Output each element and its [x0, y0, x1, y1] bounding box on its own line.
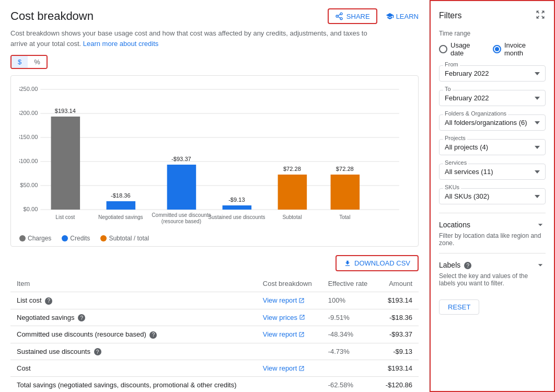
from-select[interactable]: February 2022	[439, 65, 546, 82]
col-amount: Amount	[377, 275, 419, 292]
svg-text:List cost: List cost	[55, 214, 75, 220]
svg-point-1	[336, 15, 338, 17]
from-field-label: From	[443, 61, 460, 67]
reset-button[interactable]: RESET	[439, 299, 479, 315]
projects-filter: Projects All projects (4)	[439, 139, 546, 155]
svg-point-0	[340, 13, 342, 15]
learn-credits-link[interactable]: Learn more about credits	[83, 40, 159, 48]
svg-text:$0.00: $0.00	[24, 206, 38, 212]
svg-text:$100.00: $100.00	[19, 158, 38, 164]
info-icon[interactable]: ?	[45, 297, 52, 305]
page-title: Cost breakdown	[10, 9, 94, 23]
table-row: Committed use discounts (resource based)…	[10, 326, 419, 343]
currency-toggle: $ %	[10, 55, 48, 69]
services-field-label: Services	[443, 159, 468, 166]
labels-section: Labels ? Select the key and values of th…	[439, 253, 546, 287]
svg-rect-27	[331, 175, 360, 210]
svg-rect-19	[107, 201, 136, 210]
invoice-month-radio[interactable]	[493, 45, 501, 53]
folders-select[interactable]: All folders/organizations (6)	[439, 114, 546, 131]
dollar-toggle[interactable]: $	[11, 56, 28, 68]
graduation-icon	[386, 12, 394, 20]
labels-chevron-down-icon	[535, 260, 546, 270]
view-report-link[interactable]: View report	[263, 296, 305, 304]
labels-title: Labels ?	[439, 261, 471, 269]
col-item: Item	[10, 275, 257, 292]
svg-text:$193.14: $193.14	[55, 108, 76, 114]
svg-text:$250.00: $250.00	[19, 86, 38, 92]
skus-field-label: SKUs	[443, 184, 461, 190]
to-field-label: To	[443, 86, 453, 92]
percent-toggle[interactable]: %	[28, 56, 47, 68]
folders-filter: Folders & Organizations All folders/orga…	[439, 114, 546, 131]
sidebar-title: Filters	[439, 11, 462, 20]
services-select[interactable]: All services (11)	[439, 164, 546, 180]
svg-text:-$18.36: -$18.36	[111, 192, 131, 199]
time-range-label: Time range	[439, 30, 546, 37]
view-report-link-2[interactable]: View report	[263, 330, 305, 338]
table-row: Sustained use discounts ? -4.73% -$9.13	[10, 343, 419, 360]
labels-expand[interactable]: Labels ?	[439, 260, 546, 270]
col-effective-rate: Effective rate	[322, 275, 377, 292]
svg-text:Negotiated savings: Negotiated savings	[98, 214, 143, 220]
learn-label: LEARN	[396, 13, 419, 20]
invoice-month-option[interactable]: Invoice month	[493, 41, 546, 57]
locations-title: Locations	[439, 221, 470, 229]
folders-field-label: Folders & Organizations	[443, 110, 508, 117]
legend-charges: Charges	[19, 235, 51, 242]
usage-date-radio[interactable]	[439, 45, 447, 53]
projects-select[interactable]: All projects (4)	[439, 139, 546, 155]
locations-chevron-down-icon	[535, 220, 546, 230]
info-icon[interactable]: ?	[94, 348, 101, 355]
table-row: Negotiated savings ? View prices -9.51% …	[10, 309, 419, 326]
cost-breakdown-table: Item Cost breakdown Effective rate Amoun…	[10, 275, 419, 392]
description: Cost breakdown shows your base usage cos…	[10, 28, 376, 49]
usage-date-option[interactable]: Usage date	[439, 41, 484, 57]
svg-text:Sustained use discounts: Sustained use discounts	[208, 214, 265, 220]
legend-credits: Credits	[62, 235, 90, 242]
svg-line-3	[338, 17, 341, 18]
svg-text:$72.28: $72.28	[336, 166, 354, 172]
locations-section: Locations Filter by location data like r…	[439, 213, 546, 247]
chart-container: $250.00 $200.00 $150.00 $100.00 $50.00 $…	[10, 75, 419, 247]
svg-text:-$93.37: -$93.37	[171, 156, 191, 162]
share-button[interactable]: SHARE	[328, 8, 377, 24]
table-row: Cost View report $193.14	[10, 360, 419, 377]
svg-text:$200.00: $200.00	[19, 110, 38, 116]
labels-desc: Select the key and values of the labels …	[439, 272, 546, 287]
svg-text:$50.00: $50.00	[20, 182, 38, 188]
collapse-sidebar-icon[interactable]	[535, 9, 546, 21]
from-filter: From February 2022	[439, 65, 546, 82]
col-cost-breakdown: Cost breakdown	[257, 275, 322, 292]
skus-select[interactable]: All SKUs (302)	[439, 188, 546, 204]
services-filter: Services All services (11)	[439, 164, 546, 180]
learn-link[interactable]: LEARN	[386, 12, 419, 20]
labels-help-icon[interactable]: ?	[464, 262, 471, 269]
download-icon	[344, 260, 351, 267]
locations-desc: Filter by location data like region and …	[439, 232, 546, 247]
time-range-filter: Time range Usage date Invoice month	[439, 30, 546, 57]
svg-text:Subtotal: Subtotal	[282, 214, 302, 220]
svg-rect-23	[223, 205, 252, 210]
svg-text:Committed use discounts: Committed use discounts	[152, 212, 211, 218]
table-row: List cost ? View report 100% $193.14	[10, 292, 419, 309]
locations-expand[interactable]: Locations	[439, 220, 546, 230]
svg-rect-21	[167, 165, 196, 210]
svg-text:(resource based): (resource based)	[161, 218, 201, 224]
filters-sidebar: Filters Time range Usage date Invoice mo…	[430, 0, 555, 392]
info-icon[interactable]: ?	[78, 314, 85, 321]
view-report-link-3[interactable]: View report	[263, 364, 305, 372]
svg-text:Total: Total	[339, 214, 350, 220]
svg-point-2	[340, 18, 342, 20]
time-range-radio-group: Usage date Invoice month	[439, 41, 546, 57]
svg-rect-25	[278, 175, 307, 210]
view-prices-link[interactable]: View prices	[263, 314, 305, 321]
svg-rect-17	[51, 117, 80, 210]
share-label: SHARE	[346, 13, 370, 20]
download-csv-button[interactable]: DOWNLOAD CSV	[336, 255, 419, 271]
info-icon[interactable]: ?	[149, 331, 157, 339]
projects-field-label: Projects	[443, 135, 467, 141]
to-select[interactable]: February 2022	[439, 90, 546, 106]
to-filter: To February 2022	[439, 90, 546, 106]
svg-text:$150.00: $150.00	[19, 134, 38, 140]
